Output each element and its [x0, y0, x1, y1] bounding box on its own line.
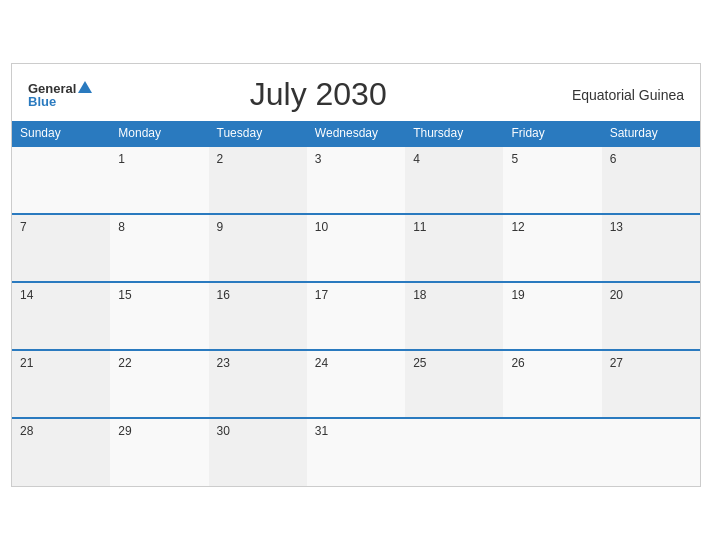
day-num: 5 [511, 152, 518, 166]
day-num: 11 [413, 220, 426, 234]
day-cell-w0-d2: 2 [209, 146, 307, 214]
day-num: 29 [118, 424, 131, 438]
day-cell-w0-d6: 6 [602, 146, 700, 214]
week-row-0: 123456 [12, 146, 700, 214]
day-cell-w3-d3: 24 [307, 350, 405, 418]
day-cell-w4-d1: 29 [110, 418, 208, 486]
day-cell-w3-d1: 22 [110, 350, 208, 418]
day-cell-w1-d4: 11 [405, 214, 503, 282]
day-num: 13 [610, 220, 623, 234]
day-num: 27 [610, 356, 623, 370]
day-cell-w1-d1: 8 [110, 214, 208, 282]
weekday-header-row: SundayMondayTuesdayWednesdayThursdayFrid… [12, 121, 700, 146]
day-cell-w2-d2: 16 [209, 282, 307, 350]
day-cell-w1-d2: 9 [209, 214, 307, 282]
day-num: 22 [118, 356, 131, 370]
day-cell-w3-d6: 27 [602, 350, 700, 418]
day-num: 7 [20, 220, 27, 234]
day-num: 16 [217, 288, 230, 302]
day-cell-w1-d6: 13 [602, 214, 700, 282]
logo-general-text: General [28, 82, 76, 95]
calendar-thead: SundayMondayTuesdayWednesdayThursdayFrid… [12, 121, 700, 146]
logo-line-top: General [28, 82, 92, 95]
month-title: July 2030 [92, 76, 544, 113]
country-label: Equatorial Guinea [544, 87, 684, 103]
calendar-grid: SundayMondayTuesdayWednesdayThursdayFrid… [12, 121, 700, 486]
day-num: 4 [413, 152, 420, 166]
day-num: 8 [118, 220, 125, 234]
day-cell-w3-d4: 25 [405, 350, 503, 418]
logo-triangle-icon [78, 81, 92, 93]
day-num: 26 [511, 356, 524, 370]
day-cell-w4-d3: 31 [307, 418, 405, 486]
day-cell-w0-d5: 5 [503, 146, 601, 214]
day-cell-w4-d0: 28 [12, 418, 110, 486]
logo-blue-text: Blue [28, 95, 56, 108]
day-cell-w4-d4 [405, 418, 503, 486]
day-num: 17 [315, 288, 328, 302]
day-num: 30 [217, 424, 230, 438]
day-cell-w4-d5 [503, 418, 601, 486]
day-cell-w1-d0: 7 [12, 214, 110, 282]
week-row-3: 21222324252627 [12, 350, 700, 418]
day-cell-w3-d5: 26 [503, 350, 601, 418]
day-num: 21 [20, 356, 33, 370]
day-num: 28 [20, 424, 33, 438]
logo-area: General Blue [28, 82, 92, 108]
day-cell-w1-d5: 12 [503, 214, 601, 282]
day-num: 1 [118, 152, 125, 166]
day-num: 9 [217, 220, 224, 234]
weekday-header-thursday: Thursday [405, 121, 503, 146]
calendar-container: General Blue July 2030 Equatorial Guinea… [11, 63, 701, 487]
day-num: 31 [315, 424, 328, 438]
weekday-header-saturday: Saturday [602, 121, 700, 146]
weekday-header-friday: Friday [503, 121, 601, 146]
day-cell-w2-d0: 14 [12, 282, 110, 350]
week-row-2: 14151617181920 [12, 282, 700, 350]
day-cell-w0-d0 [12, 146, 110, 214]
weekday-header-sunday: Sunday [12, 121, 110, 146]
day-num: 10 [315, 220, 328, 234]
calendar-header: General Blue July 2030 Equatorial Guinea [12, 64, 700, 121]
day-cell-w2-d4: 18 [405, 282, 503, 350]
calendar-tbody: 1234567891011121314151617181920212223242… [12, 146, 700, 486]
weekday-header-monday: Monday [110, 121, 208, 146]
day-num: 20 [610, 288, 623, 302]
day-cell-w2-d6: 20 [602, 282, 700, 350]
day-cell-w3-d2: 23 [209, 350, 307, 418]
day-num: 24 [315, 356, 328, 370]
day-num: 12 [511, 220, 524, 234]
week-row-1: 78910111213 [12, 214, 700, 282]
day-cell-w0-d1: 1 [110, 146, 208, 214]
weekday-header-tuesday: Tuesday [209, 121, 307, 146]
day-cell-w2-d1: 15 [110, 282, 208, 350]
day-num: 25 [413, 356, 426, 370]
day-cell-w0-d4: 4 [405, 146, 503, 214]
day-cell-w1-d3: 10 [307, 214, 405, 282]
day-cell-w2-d5: 19 [503, 282, 601, 350]
day-num: 18 [413, 288, 426, 302]
day-num: 3 [315, 152, 322, 166]
week-row-4: 28293031 [12, 418, 700, 486]
day-cell-w0-d3: 3 [307, 146, 405, 214]
day-num: 2 [217, 152, 224, 166]
day-num: 23 [217, 356, 230, 370]
day-num: 15 [118, 288, 131, 302]
day-num: 14 [20, 288, 33, 302]
weekday-header-wednesday: Wednesday [307, 121, 405, 146]
day-cell-w2-d3: 17 [307, 282, 405, 350]
day-num: 19 [511, 288, 524, 302]
day-cell-w4-d2: 30 [209, 418, 307, 486]
day-cell-w3-d0: 21 [12, 350, 110, 418]
day-cell-w4-d6 [602, 418, 700, 486]
logo-line-bottom: Blue [28, 95, 56, 108]
day-num: 6 [610, 152, 617, 166]
